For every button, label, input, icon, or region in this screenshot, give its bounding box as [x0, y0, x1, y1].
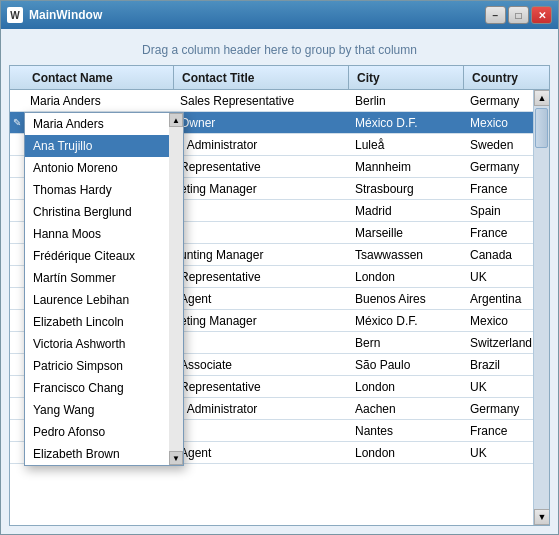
- cell-title: eting Manager: [174, 182, 349, 196]
- header-country[interactable]: Country: [464, 66, 550, 89]
- dropdown-scroll-down[interactable]: ▼: [169, 451, 183, 465]
- dropdown-item[interactable]: Thomas Hardy: [25, 179, 169, 201]
- close-button[interactable]: ✕: [531, 6, 552, 24]
- grid-header: Contact Name Contact Title City Country: [10, 66, 549, 90]
- cell-city: Strasbourg: [349, 182, 464, 196]
- cell-city: São Paulo: [349, 358, 464, 372]
- cell-title-selected: Owner: [174, 116, 349, 130]
- cell-city: Tsawwassen: [349, 248, 464, 262]
- cell-title: Representative: [174, 270, 349, 284]
- row-edit-indicator: ✎: [10, 117, 24, 128]
- window-title: MainWindow: [29, 8, 485, 22]
- name-dropdown[interactable]: Maria Anders Ana Trujillo Antonio Moreno…: [24, 112, 184, 466]
- scroll-up-button[interactable]: ▲: [534, 90, 549, 106]
- header-contact-name[interactable]: Contact Name: [24, 66, 174, 89]
- cell-city: Berlin: [349, 94, 464, 108]
- cell-city: Mannheim: [349, 160, 464, 174]
- cell-city: Nantes: [349, 424, 464, 438]
- grid-body: Maria Anders Sales Representative Berlin…: [10, 90, 549, 525]
- dropdown-item-selected[interactable]: Ana Trujillo: [25, 135, 169, 157]
- dropdown-item[interactable]: Laurence Lebihan: [25, 289, 169, 311]
- dropdown-scrollbar: ▲ ▼: [169, 113, 183, 465]
- dropdown-item[interactable]: Frédérique Citeaux: [25, 245, 169, 267]
- dropdown-item[interactable]: Patricio Simpson: [25, 355, 169, 377]
- dropdown-scroll-track: [169, 127, 183, 451]
- cell-title: r: [174, 226, 349, 240]
- scroll-track[interactable]: [534, 106, 549, 509]
- dropdown-item[interactable]: Maria Anders: [25, 113, 169, 135]
- cell-city: London: [349, 270, 464, 284]
- dropdown-item[interactable]: Pedro Afonso: [25, 421, 169, 443]
- cell-city: Madrid: [349, 204, 464, 218]
- header-indicator-spacer: [10, 66, 24, 89]
- cell-title: r: [174, 336, 349, 350]
- cell-title: Agent: [174, 446, 349, 460]
- cell-title: r: [174, 204, 349, 218]
- header-contact-title[interactable]: Contact Title: [174, 66, 349, 89]
- drag-hint: Drag a column header here to group by th…: [9, 37, 550, 65]
- data-grid: Contact Name Contact Title City Country …: [9, 65, 550, 526]
- dropdown-item[interactable]: Francisco Chang: [25, 377, 169, 399]
- cell-title: Agent: [174, 292, 349, 306]
- table-row[interactable]: Maria Anders Sales Representative Berlin…: [10, 90, 549, 112]
- minimize-button[interactable]: −: [485, 6, 506, 24]
- cell-title: unting Manager: [174, 248, 349, 262]
- cell-city: Bern: [349, 336, 464, 350]
- dropdown-item[interactable]: Antonio Moreno: [25, 157, 169, 179]
- app-icon: W: [7, 7, 23, 23]
- cell-city: Aachen: [349, 402, 464, 416]
- cell-city: Buenos Aires: [349, 292, 464, 306]
- cell-title: r Administrator: [174, 402, 349, 416]
- scroll-thumb[interactable]: [535, 108, 548, 148]
- dropdown-item[interactable]: Christina Berglund: [25, 201, 169, 223]
- dropdown-list: Maria Anders Ana Trujillo Antonio Moreno…: [25, 113, 169, 465]
- cell-city: London: [349, 380, 464, 394]
- cell-city-selected: México D.F.: [349, 116, 464, 130]
- cell-name: Maria Anders: [24, 94, 174, 108]
- cell-city: México D.F.: [349, 314, 464, 328]
- cell-title: r Administrator: [174, 138, 349, 152]
- dropdown-scroll-up[interactable]: ▲: [169, 113, 183, 127]
- dropdown-item[interactable]: Victoria Ashworth: [25, 333, 169, 355]
- header-city[interactable]: City: [349, 66, 464, 89]
- restore-button[interactable]: □: [508, 6, 529, 24]
- window-controls: − □ ✕: [485, 6, 552, 24]
- cell-title: r: [174, 424, 349, 438]
- cell-title: Sales Representative: [174, 94, 349, 108]
- dropdown-item[interactable]: Elizabeth Lincoln: [25, 311, 169, 333]
- dropdown-item[interactable]: Martín Sommer: [25, 267, 169, 289]
- content-area: Drag a column header here to group by th…: [1, 29, 558, 534]
- title-bar: W MainWindow − □ ✕: [1, 1, 558, 29]
- dropdown-item[interactable]: Yang Wang: [25, 399, 169, 421]
- cell-title: Representative: [174, 160, 349, 174]
- dropdown-scroll-area: Maria Anders Ana Trujillo Antonio Moreno…: [25, 113, 183, 465]
- vertical-scrollbar[interactable]: ▲ ▼: [533, 90, 549, 525]
- cell-title: eting Manager: [174, 314, 349, 328]
- cell-city: Luleå: [349, 138, 464, 152]
- cell-city: London: [349, 446, 464, 460]
- dropdown-item[interactable]: Hanna Moos: [25, 223, 169, 245]
- cell-title: Representative: [174, 380, 349, 394]
- dropdown-item[interactable]: Elizabeth Brown: [25, 443, 169, 465]
- cell-city: Marseille: [349, 226, 464, 240]
- main-window: W MainWindow − □ ✕ Drag a column header …: [0, 0, 559, 535]
- cell-title: Associate: [174, 358, 349, 372]
- scroll-down-button[interactable]: ▼: [534, 509, 549, 525]
